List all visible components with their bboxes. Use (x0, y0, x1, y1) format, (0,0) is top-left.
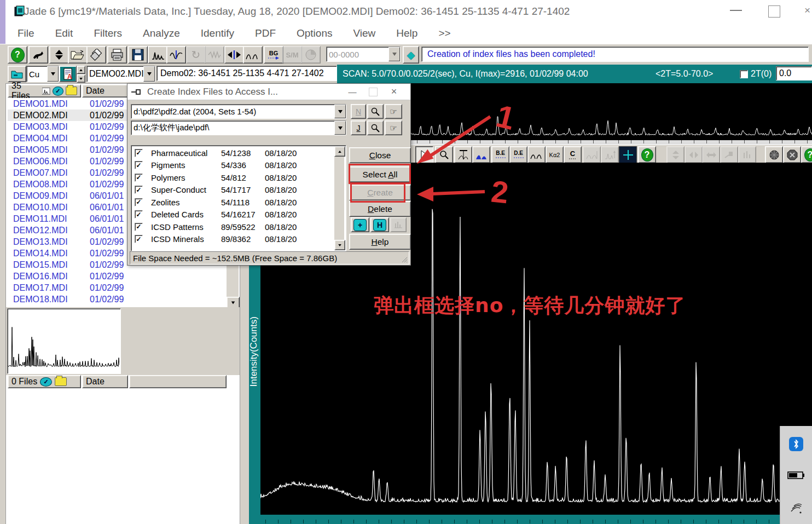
home-index-button[interactable]: H (370, 217, 389, 232)
menu-item[interactable]: Filters (94, 27, 122, 39)
date-column-header[interactable]: Date (82, 84, 128, 97)
menu-item[interactable]: Edit (55, 27, 73, 39)
resize-grip-icon[interactable] (400, 255, 408, 263)
two-theta-input[interactable]: 0.0 (776, 66, 812, 80)
save-button[interactable] (128, 46, 148, 64)
subfile-checkbox[interactable]: ✓ (135, 198, 143, 206)
help-button-dialog[interactable]: Help (349, 234, 411, 250)
menu-item[interactable]: Help (396, 27, 417, 39)
profile-fit-button[interactable] (243, 46, 263, 64)
menu-item[interactable]: File (18, 27, 34, 39)
subfile-checkbox[interactable]: ✓ (135, 210, 143, 218)
report-button[interactable]: A (59, 66, 77, 82)
menu-item[interactable]: Analyze (143, 27, 180, 39)
file-folder-button[interactable] (8, 66, 26, 82)
smoothing-button[interactable] (166, 46, 186, 64)
chevron-down-icon[interactable] (47, 66, 59, 82)
dialog-minimize-button[interactable]: — (348, 88, 357, 96)
table-row[interactable]: DEMO16.MDI 01/02/99 (8, 270, 227, 282)
j-button[interactable]: J (351, 120, 366, 135)
menu-item[interactable]: Identify (201, 27, 234, 39)
browse-pdf-button[interactable]: ☞ (385, 104, 402, 119)
subfile-checkbox[interactable]: ✓ (135, 223, 143, 231)
zoom-tool-button[interactable] (435, 146, 453, 163)
help-button[interactable]: ? (8, 46, 27, 64)
list-item[interactable]: ✓ Polymers 54/812 08/18/20 (131, 171, 334, 184)
be-button[interactable]: B.E (491, 146, 509, 163)
card-retrieval-button[interactable] (86, 46, 106, 64)
chevron-down-icon[interactable] (334, 121, 346, 135)
subfile-checkbox[interactable]: ✓ (135, 235, 143, 243)
chevron-down-icon[interactable] (388, 47, 400, 61)
pdf-file-combo[interactable]: d:\pdf2\pdf2.dat (2004, Sets 1-54) (131, 104, 346, 119)
empty2-column-header[interactable] (129, 375, 227, 388)
rotate-wheel-button[interactable] (765, 146, 783, 163)
ka2-strip-button[interactable]: Kα2 (546, 146, 564, 163)
list-item[interactable]: ✓ ICSD Minerals 89/8362 08/18/20 (131, 233, 334, 246)
pattern-thumbnail[interactable] (7, 308, 121, 374)
search-pdf-button[interactable] (367, 104, 384, 119)
chevron-down-icon[interactable] (143, 66, 155, 82)
list-item[interactable]: ✓ ICSD Patterns 89/59522 08/18/20 (131, 221, 334, 233)
close-button-dialog[interactable]: Close (349, 147, 411, 163)
pdf-number-combo[interactable]: 00-0000 (326, 47, 401, 62)
maximize-button[interactable] (768, 5, 780, 18)
menu-item[interactable]: View (353, 27, 375, 39)
area-fill-button[interactable] (472, 146, 490, 163)
open-file-button[interactable] (68, 46, 88, 64)
menu-item[interactable]: >> (438, 27, 450, 39)
close-button[interactable]: × (804, 4, 812, 16)
stop-button[interactable] (783, 146, 801, 163)
file-list-header[interactable]: 35 Files ✓ (8, 84, 81, 97)
print-button[interactable] (107, 46, 127, 64)
table-row[interactable]: DEMO17.MDI 01/02/99 (8, 282, 227, 293)
file-list2-header[interactable]: 0 Files ✓ (8, 375, 81, 388)
list-item[interactable]: ✓ Pigments 54/336 08/18/20 (131, 159, 334, 172)
search-folder-button[interactable] (367, 120, 384, 135)
delete-button[interactable]: Delete (349, 201, 411, 217)
select-all-button[interactable]: Select All (349, 166, 411, 182)
minimize-button[interactable] (730, 10, 742, 11)
crystallite-button[interactable]: C (564, 146, 582, 163)
background-fit-button[interactable]: BG (264, 46, 283, 64)
list-item[interactable]: ✓ Zeolites 54/1118 08/18/20 (131, 196, 334, 209)
add-index-button[interactable]: + (351, 217, 369, 232)
two-theta-checkbox[interactable] (740, 70, 748, 78)
peak-id-button[interactable] (454, 146, 472, 163)
anode-combo[interactable]: Cu (26, 66, 59, 82)
sort-button[interactable] (49, 46, 69, 64)
profile-button[interactable] (527, 146, 546, 163)
plot-help2-button[interactable]: ? (801, 146, 812, 163)
scrollbar-down-arrow[interactable] (227, 297, 240, 308)
date2-column-header[interactable]: Date (82, 375, 128, 388)
list-item[interactable]: ✓ Pharmaceutical 54/1238 08/18/20 (131, 147, 334, 159)
sample-id-field[interactable]: Demo02: 36-1451 25-1135 4-471 27-1402 (156, 66, 337, 81)
retrieve-button[interactable] (28, 46, 48, 64)
pointer-tool-button[interactable] (415, 146, 433, 163)
subfile-checkbox[interactable]: ✓ (135, 161, 143, 169)
current-file-combo[interactable]: DEMO02.MDI (86, 66, 155, 82)
bluetooth-icon[interactable] (789, 437, 803, 451)
subfile-checkbox[interactable]: ✓ (135, 174, 143, 182)
dialog-title-bar[interactable]: Create Index Files to Access I... — × (127, 84, 410, 100)
dialog-maximize-button[interactable] (369, 88, 378, 96)
wifi-icon[interactable] (789, 502, 804, 515)
de-button[interactable]: D.E (509, 146, 527, 163)
sd-viewer-button[interactable]: ◆ (403, 46, 419, 64)
subfile-checkbox[interactable]: ✓ (135, 186, 143, 194)
list-item[interactable]: ✓ Super-Conduct 54/1717 08/18/20 (131, 184, 334, 197)
grid-toggle-button[interactable] (619, 146, 637, 163)
file-spinner[interactable] (77, 66, 84, 81)
subfile-checkbox[interactable]: ✓ (135, 149, 143, 157)
browse-folder-button[interactable]: ☞ (385, 120, 402, 135)
pattern-view-button[interactable] (148, 46, 167, 64)
table-row[interactable]: DEMO18.MDI 01/02/99 (8, 293, 227, 305)
chevron-down-icon[interactable] (334, 105, 346, 118)
plot-help-button[interactable]: ? (638, 146, 656, 163)
list-item[interactable]: ✓ Deleted Cards 54/16217 08/18/20 (131, 209, 334, 221)
menu-item[interactable]: PDF (255, 27, 276, 39)
index-folder-combo[interactable]: d:\化学软件\jade\pdf\ (131, 120, 346, 135)
dialog-close-icon[interactable]: × (390, 88, 398, 96)
battery-icon[interactable] (787, 471, 805, 480)
subfile-scrollbar[interactable] (334, 146, 344, 249)
